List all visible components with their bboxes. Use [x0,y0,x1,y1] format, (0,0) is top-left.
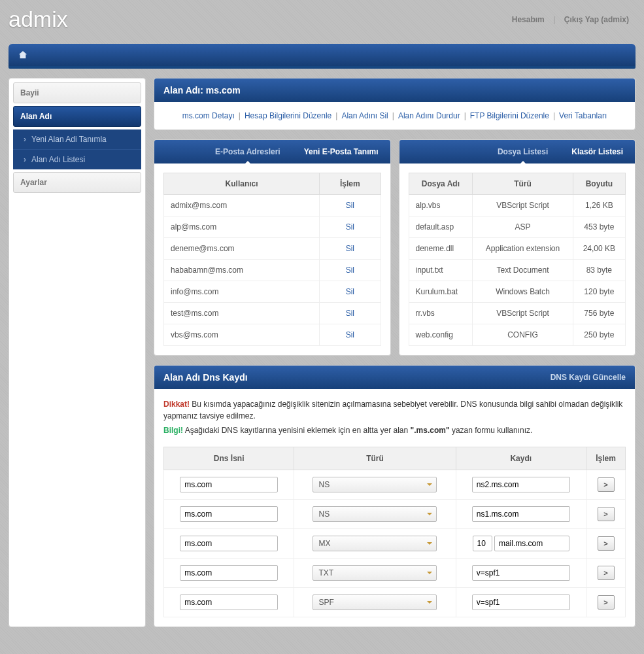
dns-info: Bilgi! Aşağıdaki DNS kayıtlarına yenisin… [163,424,626,436]
domain-link[interactable]: Alan Adını Durdur [398,111,460,120]
dns-name-input[interactable] [180,477,278,492]
dns-update-link[interactable]: DNS Kaydı Güncelle [551,373,626,382]
dns-value-input[interactable] [472,594,570,610]
dns-header: Alan Adı Dns Kaydı DNS Kaydı Güncelle [154,366,635,389]
dns-value-input[interactable] [472,477,570,492]
tab[interactable]: Dosya Listesi [486,140,560,164]
delete-link[interactable]: Sil [346,330,354,339]
table-row: deneme.dllApplication extension24,00 KB [409,238,626,260]
logout-link[interactable]: Çıkış Yap (admix) [558,15,636,24]
file-name: alp.vbs [409,195,473,216]
dns-type-select[interactable]: SPF [313,594,437,610]
email-cell: test@ms.com [164,303,320,324]
warn-label: Dikkat! [163,400,190,409]
tab[interactable]: E-Posta Adresleri [203,140,292,164]
dns-value-input[interactable] [472,506,570,522]
col-header: Dosya Adı [409,173,473,195]
dns-type-select[interactable]: TXT [313,565,437,581]
table-row: alp.vbsVBScript Script1,26 KB [409,195,626,216]
dns-name-input[interactable] [180,536,278,551]
dns-name-input[interactable] [180,565,278,581]
col-header: Boyutu [573,173,625,195]
delete-link[interactable]: Sil [346,222,354,232]
table-row: Kurulum.batWindows Batch120 byte [409,281,626,303]
col-header: Kaydı [456,447,586,470]
dns-table: Dns İsniTürüKaydıİşlemNS>NS>MX >TXT>SPF> [163,447,626,617]
table-row: admix@ms.comSil [164,195,381,216]
home-icon[interactable] [14,47,32,63]
sidebar-section[interactable]: Bayii [13,82,141,103]
file-size: 453 byte [573,216,625,238]
dns-row: MX > [164,529,626,559]
delete-link[interactable]: Sil [346,201,354,210]
email-cell: info@ms.com [164,281,320,303]
sidebar-section[interactable]: Alan Adı [13,106,141,127]
delete-link[interactable]: Sil [346,309,354,318]
delete-link[interactable]: Sil [346,266,354,275]
domain-links: ms.com Detayı|Hesap Bilgilerini Düzenle|… [163,111,626,120]
dns-submit-button[interactable]: > [598,507,615,521]
email-tabs: E-Posta AdresleriYeni E-Posta Tanımı [154,140,390,164]
file-name: default.asp [409,216,473,238]
email-cell: admix@ms.com [164,195,320,216]
chevron-down-icon [427,483,432,489]
dns-type-select[interactable]: NS [313,506,437,522]
tab[interactable]: Yeni E-Posta Tanımı [292,140,390,164]
table-row: hababamn@ms.comSil [164,260,381,281]
dns-value-input[interactable] [494,536,569,551]
file-name: web.config [409,324,473,346]
domain-link[interactable]: Veri Tabanları [559,111,607,120]
dns-name-input[interactable] [180,594,278,610]
files-table: Dosya AdıTürüBoyutualp.vbsVBScript Scrip… [409,173,626,346]
files-tabs: Dosya ListesiKlasör Listesi [399,140,636,164]
tab[interactable]: Klasör Listesi [560,140,635,164]
domain-link[interactable]: ms.com Detayı [182,111,235,120]
delete-link[interactable]: Sil [346,287,354,296]
dns-type-select[interactable]: NS [313,477,437,492]
domain-link[interactable]: Hesap Bilgilerini Düzenle [245,111,331,120]
file-type: CONFIG [473,324,573,346]
dns-submit-button[interactable]: > [598,477,615,492]
panel-title: Alan Adı: ms.com [163,85,241,95]
file-name: deneme.dll [409,238,473,260]
col-header: İşlem [586,447,626,470]
email-cell: alp@ms.com [164,216,320,238]
domain-link[interactable]: FTP Bilgilerini Düzenle [470,111,549,120]
file-type: Windows Batch [473,281,573,303]
logo: admix [8,7,68,32]
dns-row: NS> [164,500,626,529]
navbar [8,44,636,69]
delete-link[interactable]: Sil [346,244,354,253]
email-cell: vbs@ms.com [164,324,320,346]
file-type: VBScript Script [473,195,573,216]
dns-value-input[interactable] [472,565,570,581]
dns-prio-input[interactable] [473,536,492,551]
file-name: input.txt [409,260,473,281]
dns-name-input[interactable] [180,506,278,522]
sidebar-item[interactable]: Yeni Alan Adi Tanımla [13,129,141,150]
dns-submit-button[interactable]: > [598,595,615,610]
sidebar-item[interactable]: Alan Adı Listesi [13,150,141,169]
top-links: Hesabım | Çıkış Yap (admix) [505,15,636,24]
file-size: 1,26 KB [573,195,625,216]
table-row: alp@ms.comSil [164,216,381,238]
col-header: Türü [473,173,573,195]
file-name: rr.vbs [409,303,473,324]
chevron-down-icon [427,572,432,577]
dns-type-select[interactable]: MX [313,536,437,551]
email-cell: deneme@ms.com [164,238,320,260]
sidebar-section[interactable]: Ayarlar [13,172,141,193]
sidebar: BayiiAlan AdıYeni Alan Adi TanımlaAlan A… [8,78,146,627]
dns-submit-button[interactable]: > [598,536,615,551]
file-size: 83 byte [573,260,625,281]
col-header: Dns İsni [164,447,294,470]
email-cell: hababamn@ms.com [164,260,320,281]
chevron-down-icon [427,513,432,518]
email-panel: E-Posta AdresleriYeni E-Posta Tanımı Kul… [154,139,391,356]
table-row: default.aspASP453 byte [409,216,626,238]
table-row: test@ms.comSil [164,303,381,324]
account-link[interactable]: Hesabım [505,15,551,24]
dns-submit-button[interactable]: > [598,566,615,580]
domain-link[interactable]: Alan Adını Sil [341,111,388,120]
dns-row: TXT> [164,559,626,588]
